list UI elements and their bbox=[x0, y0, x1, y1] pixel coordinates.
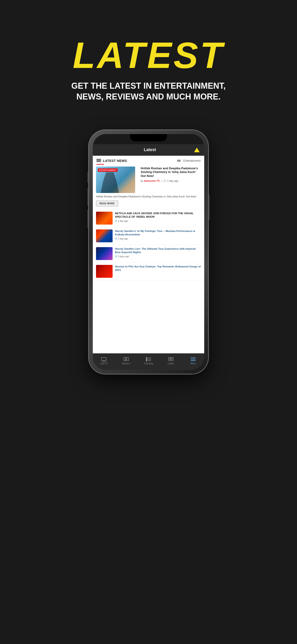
news-thumbnail bbox=[96, 265, 112, 278]
hero-subtitle: GET THE LATEST IN ENTERTAINMENT, NEWS, R… bbox=[68, 80, 229, 102]
news-info: Harrdy Sandhu Live: The Ultimate Tour Ex… bbox=[115, 247, 201, 258]
section-header: LATEST NEWS All Entertainment bbox=[93, 156, 204, 162]
featured-byline: by Awesome TV — 1 day ago bbox=[141, 180, 201, 182]
latest-icon bbox=[168, 357, 174, 362]
bottom-nav: Live TV Shows + bbox=[93, 353, 204, 370]
phone-notch bbox=[130, 134, 167, 142]
tab-entertainment[interactable]: Entertainment bbox=[183, 159, 200, 162]
phone-button-power bbox=[208, 194, 210, 220]
news-title: NETFLIX AND ZACK SNYDER JOIN FORCES FOR … bbox=[115, 212, 201, 218]
more-icon bbox=[190, 357, 196, 362]
nav-more[interactable]: More bbox=[182, 357, 204, 365]
news-time: 1 day ago bbox=[115, 220, 201, 222]
nav-label-more: More bbox=[190, 362, 196, 365]
news-grid-icon bbox=[96, 159, 101, 162]
featured-image: ENTERTAINMENT bbox=[96, 166, 135, 193]
news-item[interactable]: NETFLIX AND ZACK SNYDER JOIN FORCES FOR … bbox=[93, 209, 204, 227]
news-list: NETFLIX AND ZACK SNYDER JOIN FORCES FOR … bbox=[93, 209, 204, 353]
entertainment-badge: ENTERTAINMENT bbox=[98, 168, 118, 172]
featured-source: Awesome TV bbox=[144, 180, 160, 182]
nav-live-tv[interactable]: Live TV bbox=[93, 357, 115, 365]
shows-icon bbox=[124, 357, 129, 362]
news-time: 1 day ago bbox=[115, 238, 201, 240]
red-underline bbox=[96, 164, 104, 165]
news-thumbnail bbox=[96, 230, 112, 242]
read-more-button[interactable]: READ MORE bbox=[96, 200, 118, 206]
nav-label-trending: Trending bbox=[144, 362, 153, 365]
featured-content: Hrithik Roshan and Deepika Padukone's Si… bbox=[141, 166, 201, 193]
trending-icon bbox=[146, 357, 151, 362]
clock-icon bbox=[115, 238, 117, 240]
section-tabs[interactable]: All Entertainment bbox=[177, 159, 200, 162]
nav-latest[interactable]: Latest bbox=[160, 357, 182, 365]
nav-label-live-tv: Live TV bbox=[100, 362, 108, 365]
app-logo-icon bbox=[194, 148, 200, 152]
clock-icon bbox=[115, 255, 117, 258]
phone-inner: Latest LATEST NEWS All bbox=[93, 134, 204, 370]
news-info: NETFLIX AND ZACK SNYDER JOIN FORCES FOR … bbox=[115, 212, 201, 222]
clock-icon bbox=[115, 220, 117, 222]
news-item[interactable]: Heeriye to Phir Aur Kya Chahiye: Top Rom… bbox=[93, 262, 204, 280]
news-info: Heeriye to Phir Aur Kya Chahiye: Top Rom… bbox=[115, 265, 201, 273]
time-icon bbox=[164, 180, 166, 182]
phone-outer: Latest LATEST NEWS All bbox=[89, 130, 208, 374]
app-header: Latest bbox=[93, 144, 204, 156]
featured-excerpt: Hrithik Roshan and Deepika Padukone's Si… bbox=[96, 195, 201, 198]
section-title: LATEST NEWS bbox=[103, 159, 127, 162]
news-item[interactable]: Harrdy Sandhu Live: The Ultimate Tour Ex… bbox=[93, 245, 204, 262]
news-thumbnail bbox=[96, 212, 112, 224]
hero-title: LATEST bbox=[73, 37, 224, 74]
nav-trending[interactable]: Trending bbox=[138, 357, 160, 365]
news-title: Harrdy Sandhu Live: The Ultimate Tour Ex… bbox=[115, 247, 201, 254]
hero-section: LATEST GET THE LATEST IN ENTERTAINMENT, … bbox=[0, 0, 297, 116]
news-item[interactable]: Harrdy Sandhu's 'In My Feelings' Tour – … bbox=[93, 227, 204, 245]
news-info: Harrdy Sandhu's 'In My Feelings' Tour – … bbox=[115, 230, 201, 240]
news-title: Harrdy Sandhu's 'In My Feelings' Tour – … bbox=[115, 230, 201, 236]
featured-title: Hrithik Roshan and Deepika Padukone's Si… bbox=[141, 166, 201, 178]
app-screen: Latest LATEST NEWS All bbox=[93, 134, 204, 370]
section-title-area: LATEST NEWS bbox=[96, 159, 127, 162]
app-header-title: Latest bbox=[106, 148, 194, 152]
app-content: LATEST NEWS All Entertainment bbox=[93, 156, 204, 353]
tab-all[interactable]: All bbox=[177, 159, 180, 162]
tv-icon bbox=[101, 357, 106, 362]
news-title: Heeriye to Phir Aur Kya Chahiye: Top Rom… bbox=[115, 265, 201, 272]
nav-shows[interactable]: Shows + bbox=[115, 357, 138, 365]
news-time: 3 days ago bbox=[115, 255, 201, 258]
nav-label-shows: Shows + bbox=[122, 362, 131, 365]
news-thumbnail bbox=[96, 247, 112, 260]
phone-mockup: Latest LATEST NEWS All bbox=[89, 130, 208, 374]
nav-label-latest: Latest bbox=[168, 362, 174, 365]
featured-article[interactable]: ENTERTAINMENT Hrithik Roshan and Deepika… bbox=[93, 166, 204, 209]
